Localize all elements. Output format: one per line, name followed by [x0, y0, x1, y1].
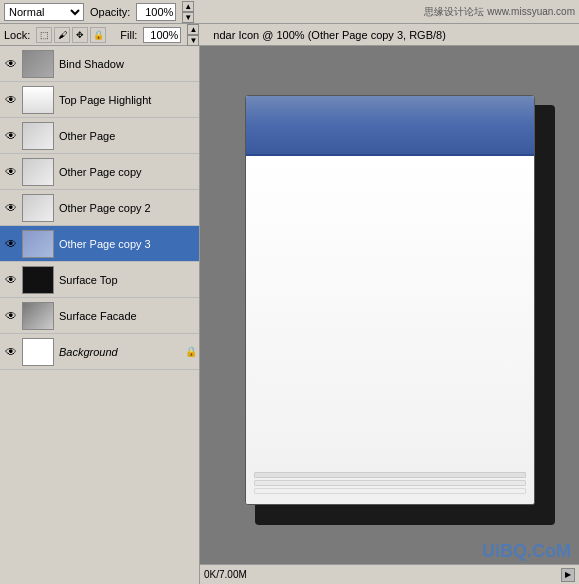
- layer-thumb-4: [22, 158, 54, 186]
- layer-name-1: Bind Shadow: [59, 58, 197, 70]
- visibility-icon-6[interactable]: 👁: [2, 235, 20, 253]
- canvas-area[interactable]: UiBQ.CoM 0K/7.00M ▶: [200, 46, 579, 584]
- lock-all-btn[interactable]: 🔒: [90, 27, 106, 43]
- blend-mode-select[interactable]: Normal: [4, 3, 84, 21]
- fill-stepper[interactable]: ▲ ▼: [187, 24, 199, 46]
- layer-thumb-2: [22, 86, 54, 114]
- doc-size: 0K/7.00M: [204, 569, 247, 580]
- fill-label: Fill:: [120, 29, 137, 41]
- notepad-illustration: [245, 95, 545, 515]
- page-edge-1: [254, 472, 526, 478]
- layer-item-surface-top[interactable]: 👁 Surface Top: [0, 262, 199, 298]
- visibility-icon-9[interactable]: 👁: [2, 343, 20, 361]
- visibility-icon-2[interactable]: 👁: [2, 91, 20, 109]
- layer-thumb-6: [22, 230, 54, 258]
- canvas-title: ndar Icon @ 100% (Other Page copy 3, RGB…: [213, 29, 446, 41]
- main-layout: 👁 Bind Shadow 👁 Top Page Highlight 👁 Oth…: [0, 46, 579, 584]
- fill-up-arrow[interactable]: ▲: [187, 24, 199, 35]
- layer-item-background[interactable]: 👁 Background 🔒: [0, 334, 199, 370]
- layer-thumb-8: [22, 302, 54, 330]
- layer-thumb-3: [22, 122, 54, 150]
- layer-thumb-7: [22, 266, 54, 294]
- layer-name-9: Background: [59, 346, 183, 358]
- fill-down-arrow[interactable]: ▼: [187, 35, 199, 46]
- lock-paint-btn[interactable]: 🖌: [54, 27, 70, 43]
- opacity-stepper[interactable]: ▲ ▼: [182, 1, 194, 23]
- layers-panel: 👁 Bind Shadow 👁 Top Page Highlight 👁 Oth…: [0, 46, 200, 584]
- status-bar: 0K/7.00M ▶: [200, 564, 579, 584]
- layer-name-7: Surface Top: [59, 274, 197, 286]
- opacity-down-arrow[interactable]: ▼: [182, 12, 194, 23]
- visibility-icon-5[interactable]: 👁: [2, 199, 20, 217]
- lock-transparent-btn[interactable]: ⬚: [36, 27, 52, 43]
- layer-thumb-5: [22, 194, 54, 222]
- layer-name-8: Surface Facade: [59, 310, 197, 322]
- layer-item-top-highlight[interactable]: 👁 Top Page Highlight: [0, 82, 199, 118]
- visibility-icon-4[interactable]: 👁: [2, 163, 20, 181]
- lock-label: Lock:: [4, 29, 30, 41]
- toolbar-top: Normal Opacity: ▲ ▼ 思缘设计论坛 www.missyuan.…: [0, 0, 579, 24]
- opacity-up-arrow[interactable]: ▲: [182, 1, 194, 12]
- layer-item-other-page[interactable]: 👁 Other Page: [0, 118, 199, 154]
- fill-input[interactable]: [143, 27, 181, 43]
- opacity-input[interactable]: [136, 3, 176, 21]
- page-edges: [254, 472, 526, 494]
- layer-item-other-page-copy3[interactable]: 👁 Other Page copy 3: [0, 226, 199, 262]
- layer-name-4: Other Page copy: [59, 166, 197, 178]
- layer-item-other-page-copy2[interactable]: 👁 Other Page copy 2: [0, 190, 199, 226]
- layer-name-2: Top Page Highlight: [59, 94, 197, 106]
- canvas-content: [210, 56, 579, 554]
- status-arrow-btn[interactable]: ▶: [561, 568, 575, 582]
- layer-thumb-1: [22, 50, 54, 78]
- opacity-label: Opacity:: [90, 6, 130, 18]
- layer-name-3: Other Page: [59, 130, 197, 142]
- layer-thumb-9: [22, 338, 54, 366]
- lock-position-btn[interactable]: ✥: [72, 27, 88, 43]
- visibility-icon-8[interactable]: 👁: [2, 307, 20, 325]
- toolbar-second: Lock: ⬚ 🖌 ✥ 🔒 Fill: ▲ ▼ ndar Icon @ 100%…: [0, 24, 579, 46]
- page-edge-2: [254, 480, 526, 486]
- visibility-icon-3[interactable]: 👁: [2, 127, 20, 145]
- layer-item-other-page-copy[interactable]: 👁 Other Page copy: [0, 154, 199, 190]
- watermark: UiBQ.CoM: [482, 541, 571, 562]
- page-edge-3: [254, 488, 526, 494]
- layer-name-5: Other Page copy 2: [59, 202, 197, 214]
- visibility-icon-7[interactable]: 👁: [2, 271, 20, 289]
- visibility-icon-1[interactable]: 👁: [2, 55, 20, 73]
- layer-lock-icon-9: 🔒: [185, 346, 197, 357]
- lock-icons: ⬚ 🖌 ✥ 🔒: [36, 27, 106, 43]
- notepad-page-area: [246, 156, 534, 504]
- notepad-header: [246, 96, 534, 156]
- layer-name-6: Other Page copy 3: [59, 238, 197, 250]
- layer-item-surface-facade[interactable]: 👁 Surface Facade: [0, 298, 199, 334]
- notepad-body: [245, 95, 535, 505]
- top-right-logo: 思缘设计论坛 www.missyuan.com: [424, 5, 575, 19]
- layer-item-bind-shadow[interactable]: 👁 Bind Shadow: [0, 46, 199, 82]
